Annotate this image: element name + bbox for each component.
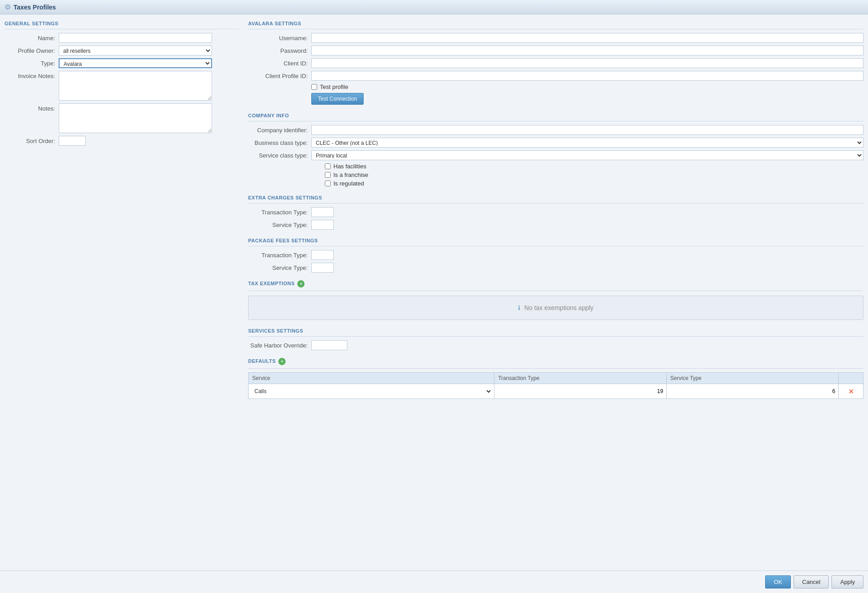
service-type-cell	[666, 384, 839, 399]
extra-charges-section: EXTRA CHARGES SETTINGS Transaction Type:…	[248, 193, 863, 230]
username-row: Username:	[248, 33, 863, 43]
package-fees-service-type-input[interactable]: 30	[311, 263, 334, 273]
defaults-header: DEFAULTS	[248, 357, 276, 366]
taxes-icon: ⚙	[5, 3, 11, 11]
add-default-button[interactable]: +	[278, 358, 286, 365]
service-class-type-label: Service class type:	[248, 152, 311, 159]
extra-charges-service-type-input[interactable]: 30	[311, 220, 334, 230]
invoice-notes-row: Invoice Notes:	[5, 71, 239, 101]
name-input[interactable]	[59, 33, 212, 43]
ok-button[interactable]: OK	[765, 575, 791, 585]
client-profile-id-input[interactable]	[311, 71, 863, 81]
package-fees-transaction-type-row: Transaction Type: 19	[248, 250, 863, 260]
delete-cell: ✕	[839, 384, 863, 399]
table-row: Calls ✕	[249, 384, 863, 399]
left-panel: GENERAL SETTINGS Name: Profile Owner: al…	[5, 19, 239, 580]
notes-row: Notes:	[5, 103, 239, 133]
has-facilities-row: Has facilities	[325, 163, 863, 170]
avalara-settings-header: AVALARA SETTINGS	[248, 19, 863, 29]
client-id-input[interactable]	[311, 58, 863, 68]
notes-textarea[interactable]	[59, 103, 212, 133]
defaults-section: DEFAULTS + Service Transaction Type Serv…	[248, 357, 863, 399]
name-row: Name:	[5, 33, 239, 43]
type-label: Type:	[5, 60, 59, 67]
tax-exemptions-header-row: TAX EXEMPTIONS +	[248, 279, 863, 289]
name-label: Name:	[5, 35, 59, 42]
test-profile-checkbox[interactable]	[311, 84, 317, 90]
defaults-table: Service Transaction Type Service Type Ca…	[248, 372, 863, 399]
main-content: GENERAL SETTINGS Name: Profile Owner: al…	[0, 14, 868, 585]
service-class-type-row: Service class type: Primary local	[248, 150, 863, 160]
profile-owner-row: Profile Owner: all resellers	[5, 46, 239, 56]
add-tax-exemption-button[interactable]: +	[297, 280, 305, 287]
info-icon: ℹ	[518, 304, 520, 311]
row-transaction-type-input[interactable]	[496, 387, 665, 396]
business-class-type-select[interactable]: CLEC - Other (not a LEC)	[311, 138, 863, 148]
test-profile-label[interactable]: Test profile	[311, 83, 364, 90]
safe-harbor-override-row: Safe Harbor Override:	[248, 340, 863, 350]
is-franchise-row: Is a franchise	[325, 171, 863, 178]
services-settings-header: SERVICES SETTINGS	[248, 326, 863, 337]
company-identifier-row: Company identifier:	[248, 125, 863, 135]
package-fees-transaction-type-label: Transaction Type:	[248, 252, 311, 259]
test-profile-row: Test profile Test Connection	[248, 83, 863, 105]
is-regulated-checkbox[interactable]	[325, 181, 331, 186]
tax-exemptions-section: TAX EXEMPTIONS + ℹ No tax exemptions app…	[248, 279, 863, 320]
test-profile-container: Test profile Test Connection	[311, 83, 364, 105]
row-service-type-input[interactable]	[669, 387, 837, 396]
col-transaction-type: Transaction Type	[494, 373, 667, 384]
profile-owner-select[interactable]: all resellers	[59, 46, 212, 56]
delete-row-button[interactable]: ✕	[846, 387, 856, 396]
col-service: Service	[249, 373, 494, 384]
col-action	[839, 373, 863, 384]
extra-charges-header: EXTRA CHARGES SETTINGS	[248, 193, 863, 204]
username-input[interactable]	[311, 33, 863, 43]
notes-label: Notes:	[5, 103, 59, 112]
type-select[interactable]: Avalara Internal	[59, 58, 212, 68]
sort-order-label: Sort Order:	[5, 138, 59, 144]
company-info-header: COMPANY INFO	[248, 111, 863, 121]
footer-buttons: OK Cancel Apply	[0, 570, 868, 585]
general-settings-header: GENERAL SETTINGS	[5, 19, 239, 29]
sort-order-input[interactable]: 100	[59, 136, 86, 146]
is-regulated-row: Is regulated	[325, 180, 863, 187]
is-franchise-checkbox[interactable]	[325, 172, 331, 178]
cancel-button[interactable]: Cancel	[794, 575, 829, 585]
general-settings-section: GENERAL SETTINGS Name: Profile Owner: al…	[5, 19, 239, 146]
client-profile-id-row: Client Profile ID:	[248, 71, 863, 81]
test-connection-button[interactable]: Test Connection	[311, 93, 364, 105]
extra-charges-service-type-row: Service Type: 30	[248, 220, 863, 230]
company-identifier-input[interactable]	[311, 125, 863, 135]
is-regulated-label: Is regulated	[333, 180, 364, 187]
extra-charges-transaction-type-input[interactable]: 19	[311, 207, 334, 217]
defaults-table-header-row: Service Transaction Type Service Type	[249, 373, 863, 384]
safe-harbor-override-input[interactable]	[311, 340, 347, 350]
business-class-type-label: Business class type:	[248, 139, 311, 146]
tax-exemptions-header: TAX EXEMPTIONS	[248, 279, 295, 289]
extra-charges-transaction-type-row: Transaction Type: 19	[248, 207, 863, 217]
password-input[interactable]	[311, 46, 863, 56]
package-fees-header: PACKAGE FEES SETTINGS	[248, 236, 863, 246]
title-bar: ⚙ Taxes Profiles	[0, 0, 868, 14]
apply-button[interactable]: Apply	[831, 575, 863, 585]
col-service-type: Service Type	[666, 373, 839, 384]
profile-owner-label: Profile Owner:	[5, 47, 59, 54]
package-fees-transaction-type-input[interactable]: 19	[311, 250, 334, 260]
username-label: Username:	[248, 35, 311, 42]
no-tax-exemptions-text: No tax exemptions apply	[524, 304, 593, 311]
service-class-type-select[interactable]: Primary local	[311, 150, 863, 160]
no-tax-exemptions-box: ℹ No tax exemptions apply	[248, 296, 863, 320]
safe-harbor-override-label: Safe Harbor Override:	[248, 342, 311, 349]
has-facilities-label: Has facilities	[333, 163, 366, 170]
service-select[interactable]: Calls	[250, 385, 492, 397]
page-title: Taxes Profiles	[14, 4, 56, 11]
transaction-type-cell	[494, 384, 667, 399]
package-fees-section: PACKAGE FEES SETTINGS Transaction Type: …	[248, 236, 863, 273]
test-profile-text: Test profile	[320, 83, 348, 90]
avalara-settings-section: AVALARA SETTINGS Username: Password: Cli…	[248, 19, 863, 105]
has-facilities-checkbox[interactable]	[325, 163, 331, 169]
package-fees-service-type-label: Service Type:	[248, 264, 311, 271]
business-class-type-row: Business class type: CLEC - Other (not a…	[248, 138, 863, 148]
client-id-label: Client ID:	[248, 60, 311, 67]
invoice-notes-textarea[interactable]	[59, 71, 212, 101]
